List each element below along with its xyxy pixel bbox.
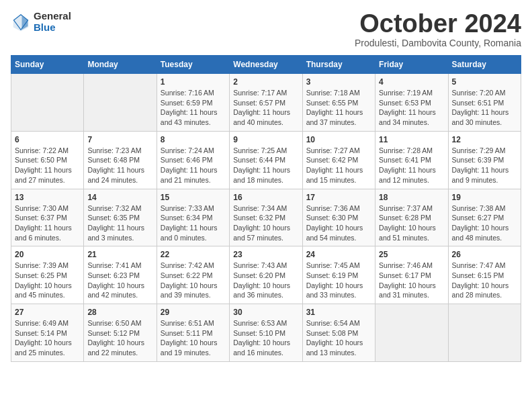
day-info: Sunrise: 7:19 AM Sunset: 6:53 PM Dayligh… [379,88,444,128]
day-number: 14 [87,193,152,202]
day-number: 24 [306,250,371,259]
week-row-5: 27Sunrise: 6:49 AM Sunset: 5:14 PM Dayli… [11,304,521,362]
day-number: 20 [15,250,80,259]
day-info: Sunrise: 7:41 AM Sunset: 6:23 PM Dayligh… [87,261,152,300]
day-number: 22 [161,250,226,259]
day-info: Sunrise: 7:43 AM Sunset: 6:20 PM Dayligh… [233,261,298,300]
day-info: Sunrise: 7:22 AM Sunset: 6:50 PM Dayligh… [15,146,80,185]
day-cell: 16Sunrise: 7:34 AM Sunset: 6:32 PM Dayli… [230,189,302,246]
location-subtitle: Produlesti, Dambovita County, Romania [355,38,521,48]
day-cell: 31Sunrise: 6:54 AM Sunset: 5:08 PM Dayli… [302,304,375,362]
day-cell: 19Sunrise: 7:38 AM Sunset: 6:27 PM Dayli… [448,189,521,246]
header-cell-sunday: Sunday [11,56,84,74]
week-row-3: 13Sunrise: 7:30 AM Sunset: 6:37 PM Dayli… [11,189,521,246]
day-number: 5 [452,77,517,87]
day-number: 17 [306,193,371,202]
day-info: Sunrise: 7:18 AM Sunset: 6:55 PM Dayligh… [306,88,371,128]
day-number: 9 [233,135,298,144]
day-info: Sunrise: 7:38 AM Sunset: 6:27 PM Dayligh… [452,203,517,243]
day-cell: 9Sunrise: 7:25 AM Sunset: 6:44 PM Daylig… [230,131,302,189]
day-number: 16 [233,193,298,202]
day-number: 21 [87,250,152,259]
day-cell [375,304,448,362]
day-cell: 27Sunrise: 6:49 AM Sunset: 5:14 PM Dayli… [11,304,84,362]
logo-general: General [34,11,71,22]
header-row: SundayMondayTuesdayWednesdayThursdayFrid… [11,56,521,74]
header-cell-friday: Friday [375,56,448,74]
day-info: Sunrise: 7:36 AM Sunset: 6:30 PM Dayligh… [306,203,371,243]
day-info: Sunrise: 6:50 AM Sunset: 5:12 PM Dayligh… [87,318,152,358]
day-cell: 5Sunrise: 7:20 AM Sunset: 6:51 PM Daylig… [448,74,521,132]
day-info: Sunrise: 6:51 AM Sunset: 5:11 PM Dayligh… [161,318,226,358]
day-info: Sunrise: 7:33 AM Sunset: 6:34 PM Dayligh… [161,203,226,243]
day-info: Sunrise: 7:16 AM Sunset: 6:59 PM Dayligh… [161,88,226,128]
day-number: 1 [161,77,226,87]
header-cell-monday: Monday [84,56,157,74]
day-number: 2 [233,77,298,87]
day-cell [84,74,157,132]
day-info: Sunrise: 7:42 AM Sunset: 6:22 PM Dayligh… [161,261,226,300]
day-cell: 18Sunrise: 7:37 AM Sunset: 6:28 PM Dayli… [375,189,448,246]
logo-text: General Blue [34,11,71,33]
day-number: 3 [306,77,371,87]
logo: General Blue [11,11,71,33]
day-cell: 24Sunrise: 7:45 AM Sunset: 6:19 PM Dayli… [302,246,375,304]
day-info: Sunrise: 6:49 AM Sunset: 5:14 PM Dayligh… [15,318,80,358]
day-info: Sunrise: 7:30 AM Sunset: 6:37 PM Dayligh… [15,203,80,243]
day-number: 11 [379,135,444,144]
day-cell: 22Sunrise: 7:42 AM Sunset: 6:22 PM Dayli… [157,246,229,304]
header-cell-thursday: Thursday [302,56,375,74]
week-row-1: 1Sunrise: 7:16 AM Sunset: 6:59 PM Daylig… [11,74,521,132]
day-cell: 12Sunrise: 7:29 AM Sunset: 6:39 PM Dayli… [448,131,521,189]
day-cell [11,74,84,132]
day-cell: 23Sunrise: 7:43 AM Sunset: 6:20 PM Dayli… [230,246,302,304]
day-number: 23 [233,250,298,259]
month-title: October 2024 [355,11,521,36]
day-cell: 30Sunrise: 6:53 AM Sunset: 5:10 PM Dayli… [230,304,302,362]
day-cell: 8Sunrise: 7:24 AM Sunset: 6:46 PM Daylig… [157,131,229,189]
day-info: Sunrise: 7:47 AM Sunset: 6:15 PM Dayligh… [452,261,517,300]
day-number: 28 [87,308,152,317]
day-info: Sunrise: 7:17 AM Sunset: 6:57 PM Dayligh… [233,88,298,128]
day-cell: 28Sunrise: 6:50 AM Sunset: 5:12 PM Dayli… [84,304,157,362]
week-row-4: 20Sunrise: 7:39 AM Sunset: 6:25 PM Dayli… [11,246,521,304]
day-cell: 25Sunrise: 7:46 AM Sunset: 6:17 PM Dayli… [375,246,448,304]
day-number: 12 [452,135,517,144]
day-cell: 1Sunrise: 7:16 AM Sunset: 6:59 PM Daylig… [157,74,229,132]
day-number: 6 [15,135,80,144]
day-cell: 29Sunrise: 6:51 AM Sunset: 5:11 PM Dayli… [157,304,229,362]
logo-icon [11,12,31,32]
day-number: 27 [15,308,80,317]
day-number: 31 [306,308,371,317]
day-info: Sunrise: 7:45 AM Sunset: 6:19 PM Dayligh… [306,261,371,300]
day-cell: 6Sunrise: 7:22 AM Sunset: 6:50 PM Daylig… [11,131,84,189]
day-number: 8 [161,135,226,144]
day-number: 13 [15,193,80,202]
day-cell: 20Sunrise: 7:39 AM Sunset: 6:25 PM Dayli… [11,246,84,304]
day-cell: 13Sunrise: 7:30 AM Sunset: 6:37 PM Dayli… [11,189,84,246]
day-info: Sunrise: 7:37 AM Sunset: 6:28 PM Dayligh… [379,203,444,243]
day-info: Sunrise: 6:54 AM Sunset: 5:08 PM Dayligh… [306,318,371,358]
day-cell: 7Sunrise: 7:23 AM Sunset: 6:48 PM Daylig… [84,131,157,189]
day-info: Sunrise: 7:29 AM Sunset: 6:39 PM Dayligh… [452,146,517,185]
day-cell: 17Sunrise: 7:36 AM Sunset: 6:30 PM Dayli… [302,189,375,246]
day-number: 4 [379,77,444,87]
week-row-2: 6Sunrise: 7:22 AM Sunset: 6:50 PM Daylig… [11,131,521,189]
day-info: Sunrise: 7:27 AM Sunset: 6:42 PM Dayligh… [306,146,371,185]
header-cell-saturday: Saturday [448,56,521,74]
day-cell: 14Sunrise: 7:32 AM Sunset: 6:35 PM Dayli… [84,189,157,246]
day-cell: 10Sunrise: 7:27 AM Sunset: 6:42 PM Dayli… [302,131,375,189]
day-info: Sunrise: 7:23 AM Sunset: 6:48 PM Dayligh… [87,146,152,185]
day-cell [448,304,521,362]
day-number: 15 [161,193,226,202]
day-cell: 3Sunrise: 7:18 AM Sunset: 6:55 PM Daylig… [302,74,375,132]
logo-blue: Blue [34,22,71,34]
day-cell: 26Sunrise: 7:47 AM Sunset: 6:15 PM Dayli… [448,246,521,304]
header-cell-tuesday: Tuesday [157,56,229,74]
day-number: 29 [161,308,226,317]
day-number: 19 [452,193,517,202]
day-number: 18 [379,193,444,202]
header-cell-wednesday: Wednesday [230,56,302,74]
day-info: Sunrise: 7:24 AM Sunset: 6:46 PM Dayligh… [161,146,226,185]
day-info: Sunrise: 7:39 AM Sunset: 6:25 PM Dayligh… [15,261,80,300]
